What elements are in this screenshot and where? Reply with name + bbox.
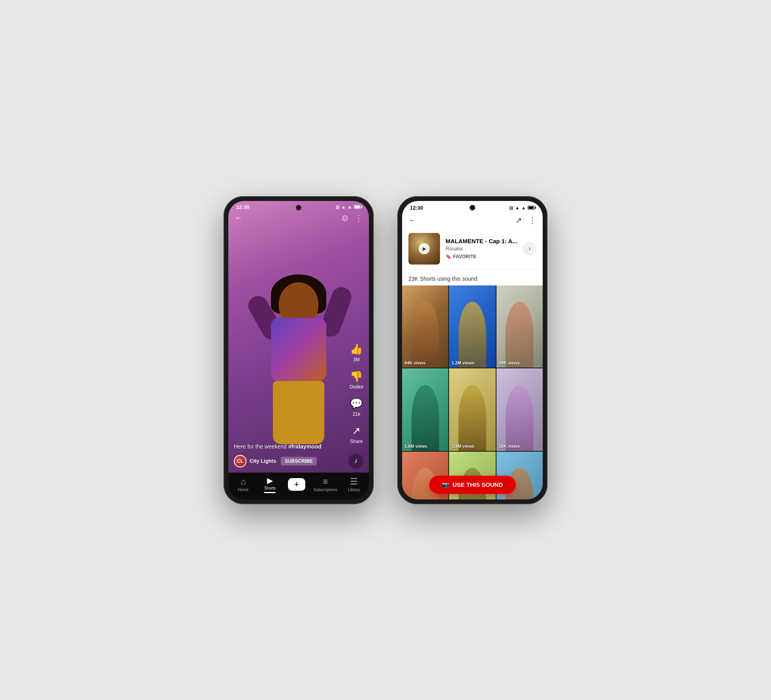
comments-button[interactable]: 💬 21k bbox=[350, 398, 363, 417]
phone-1-camera bbox=[296, 205, 301, 210]
person-shape-3 bbox=[506, 302, 533, 368]
like-button[interactable]: 👍 3M bbox=[350, 343, 363, 362]
bottom-nav: ⌂ Home ▶ Shorts + ≡ S bbox=[228, 473, 369, 499]
status-icons-1: ||| ▲ ▲ bbox=[336, 205, 361, 209]
nav-shorts-label: Shorts bbox=[264, 486, 276, 490]
more-button-2[interactable]: ⋮ bbox=[528, 216, 536, 225]
vibrate-icon-2: ||| bbox=[510, 205, 513, 210]
action-buttons: 👍 3M 👎 Dislike 💬 21k ↗ Share bbox=[350, 343, 363, 444]
person-shape-1 bbox=[411, 302, 439, 368]
shorts-bottom: Here for the weekend #fridaymood CL City… bbox=[228, 443, 369, 473]
play-button[interactable]: ▶ bbox=[419, 243, 430, 254]
share-button-2[interactable]: ↗ bbox=[515, 216, 522, 225]
battery-icon-1 bbox=[354, 205, 361, 209]
person-shape-5 bbox=[459, 385, 486, 451]
sound-header-icons: ↗ ⋮ bbox=[515, 216, 536, 225]
grid-item-3[interactable]: 89K views bbox=[496, 285, 543, 368]
nav-library-label: Library bbox=[348, 488, 360, 492]
signal-icon-2: ▲ bbox=[521, 205, 526, 210]
sound-thumbnail[interactable]: ▶ bbox=[408, 233, 440, 265]
favorite-label: FAVORITE bbox=[453, 254, 476, 259]
nav-home[interactable]: ⌂ Home bbox=[233, 477, 253, 492]
signal-icon-1: ▲ bbox=[348, 205, 352, 209]
status-icons-2: ||| ▲ ▲ bbox=[510, 205, 535, 210]
nav-subscriptions-label: Subscriptions bbox=[314, 488, 337, 492]
shorts-indicator bbox=[264, 492, 276, 493]
sound-thumb-bg: ▶ bbox=[408, 233, 440, 265]
video-grid-container: 64K views 1.2M views 89K views bbox=[402, 285, 543, 499]
shorts-count-bar: 23K Shorts using this sound bbox=[402, 270, 543, 285]
sound-artist: Rosalia bbox=[446, 246, 517, 251]
use-sound-label: USE THIS SOUND bbox=[453, 481, 503, 488]
shorts-count-text: 23K Shorts using this sound bbox=[408, 276, 477, 282]
vibrate-icon-1: ||| bbox=[336, 205, 339, 209]
channel-avatar: CL bbox=[234, 455, 246, 467]
camera-button-1[interactable]: ⊙ bbox=[342, 213, 348, 223]
grid-item-4[interactable]: 1.6M views bbox=[402, 368, 448, 451]
shorts-content: 👍 3M 👎 Dislike 💬 21k ↗ Share bbox=[228, 201, 369, 499]
video-grid: 64K views 1.2M views 89K views bbox=[402, 285, 543, 499]
shorts-icon: ▶ bbox=[267, 476, 273, 485]
camera-icon-sound: 📷 bbox=[442, 481, 449, 488]
music-button[interactable]: ♪ bbox=[348, 454, 363, 469]
back-button-1[interactable]: ← bbox=[235, 213, 243, 222]
share-button[interactable]: ↗ Share bbox=[350, 425, 363, 444]
dislike-label: Dislike bbox=[350, 384, 363, 390]
phone-1: 12:30 ||| ▲ ▲ ← ⊙ ⋮ bbox=[224, 196, 374, 504]
grid-item-6[interactable]: 18K views bbox=[496, 368, 543, 451]
home-icon: ⌂ bbox=[241, 477, 246, 487]
grid-views-6: 18K views bbox=[499, 444, 520, 449]
hashtag[interactable]: #fridaymood bbox=[288, 443, 322, 450]
person-shape-2 bbox=[459, 302, 486, 368]
sound-page: 12:30 ||| ▲ ▲ ← ↗ ⋮ bbox=[402, 201, 543, 499]
grid-views-1: 64K views bbox=[404, 360, 425, 365]
bookmark-icon: 🔖 bbox=[446, 254, 451, 259]
grid-views-5: 1.9M views bbox=[451, 444, 474, 449]
sound-header: ← ↗ ⋮ bbox=[402, 212, 543, 228]
nav-shorts[interactable]: ▶ Shorts bbox=[260, 476, 280, 493]
nav-library[interactable]: ☰ Library bbox=[344, 477, 364, 492]
library-icon: ☰ bbox=[350, 477, 358, 487]
grid-views-4: 1.6M views bbox=[404, 444, 427, 449]
time-display-2: 12:30 bbox=[410, 205, 423, 211]
wifi-icon-2: ▲ bbox=[515, 205, 519, 210]
channel-name: City Lights bbox=[250, 458, 276, 464]
dislike-button[interactable]: 👎 Dislike bbox=[350, 370, 363, 390]
time-display-1: 12:30 bbox=[236, 204, 249, 210]
grid-views-2: 1.2M views bbox=[451, 360, 474, 365]
use-this-sound-button[interactable]: 📷 USE THIS SOUND bbox=[429, 476, 516, 494]
chevron-right-icon: › bbox=[528, 244, 531, 253]
shorts-caption: Here for the weekend #fridaymood bbox=[234, 443, 363, 450]
person-pants bbox=[273, 381, 324, 444]
play-icon: ▶ bbox=[423, 246, 426, 251]
shorts-header: ← ⊙ ⋮ bbox=[228, 212, 369, 226]
subscribe-button[interactable]: SUBSCRIBE bbox=[281, 457, 317, 465]
person-torso bbox=[271, 318, 326, 381]
add-icon: + bbox=[294, 479, 299, 490]
grid-item-2[interactable]: 1.2M views bbox=[449, 285, 495, 368]
grid-item-1[interactable]: 64K views bbox=[402, 285, 448, 368]
wifi-icon-1: ▲ bbox=[341, 205, 346, 209]
nav-add[interactable]: + bbox=[287, 478, 307, 491]
chevron-button[interactable]: › bbox=[523, 242, 536, 255]
nav-subscriptions[interactable]: ≡ Subscriptions bbox=[314, 477, 337, 492]
grid-item-5[interactable]: 1.9M views bbox=[449, 368, 495, 451]
phone-2-screen: 12:30 ||| ▲ ▲ ← ↗ ⋮ bbox=[402, 201, 543, 499]
comments-count: 21k bbox=[353, 411, 360, 417]
person-shape-4 bbox=[411, 385, 439, 451]
phone-1-screen: 12:30 ||| ▲ ▲ ← ⊙ ⋮ bbox=[228, 201, 369, 499]
add-button[interactable]: + bbox=[288, 478, 305, 491]
channel-row: CL City Lights SUBSCRIBE ♪ bbox=[234, 454, 363, 469]
phone-2: 12:30 ||| ▲ ▲ ← ↗ ⋮ bbox=[397, 196, 547, 504]
music-icon: ♪ bbox=[354, 457, 358, 465]
back-button-2[interactable]: ← bbox=[408, 216, 416, 225]
favorite-button[interactable]: 🔖 FAVORITE bbox=[446, 254, 517, 259]
grid-views-3: 89K views bbox=[499, 360, 520, 365]
sound-card: ▶ MALAMENTE - Cap 1: A... Rosalia 🔖 FAVO… bbox=[402, 228, 543, 270]
like-icon: 👍 bbox=[350, 343, 363, 355]
more-button-1[interactable]: ⋮ bbox=[355, 213, 363, 223]
battery-icon-2 bbox=[528, 206, 535, 210]
person-shape-6 bbox=[506, 385, 533, 451]
subscriptions-icon: ≡ bbox=[323, 477, 328, 487]
sound-title: MALAMENTE - Cap 1: A... bbox=[446, 238, 517, 244]
